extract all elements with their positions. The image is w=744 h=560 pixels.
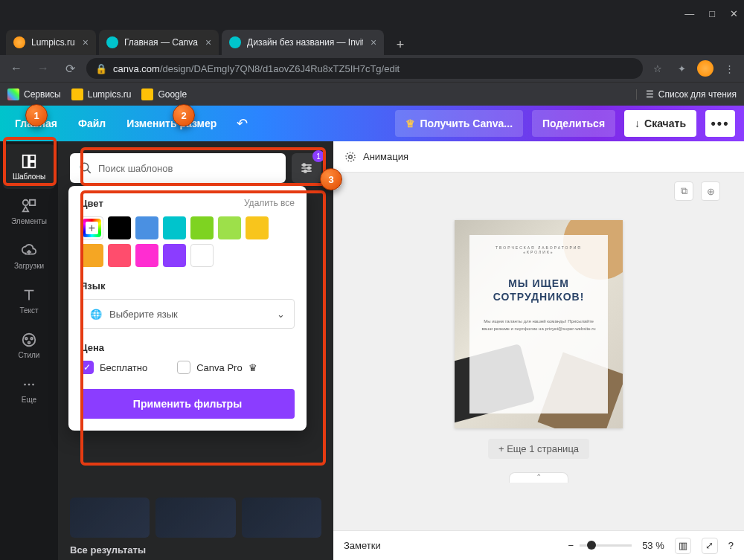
- menu-icon[interactable]: ⋮: [720, 59, 738, 77]
- reload-button[interactable]: ⟳: [60, 58, 80, 79]
- page-title: МЫ ИЩЕМ СОТРУДНИКОВ!: [493, 277, 585, 303]
- language-select[interactable]: 🌐 Выберите язык ⌄: [80, 299, 295, 329]
- forward-button[interactable]: →: [33, 58, 54, 79]
- templates-panel: Поиск шаблонов 1 ЦветУдалить все: [58, 141, 333, 560]
- search-placeholder: Поиск шаблонов: [98, 163, 173, 174]
- template-thumbs: [70, 498, 321, 538]
- sidebar-item-styles[interactable]: Стили: [3, 323, 55, 367]
- styles-icon: [21, 332, 37, 348]
- globe-icon: 🌐: [90, 309, 102, 320]
- color-swatch[interactable]: [246, 216, 269, 239]
- menu-file[interactable]: Файл: [72, 113, 112, 134]
- svg-point-7: [31, 337, 33, 339]
- color-section-title: ЦветУдалить все: [80, 198, 295, 209]
- page-overlay: ТВОРЧЕСКАЯ ЛАБОРАТОРИЯ «КРОЛИК» МЫ ИЩЕМ …: [469, 235, 608, 413]
- color-swatch[interactable]: [108, 244, 131, 267]
- color-swatches: [80, 216, 295, 267]
- help-button[interactable]: ?: [728, 540, 734, 551]
- reading-list[interactable]: ☰Список для чтения: [636, 89, 737, 100]
- animation-button[interactable]: Анимация: [363, 151, 408, 162]
- color-swatch[interactable]: [108, 216, 131, 239]
- sidebar-item-templates[interactable]: Шаблоны: [3, 144, 55, 189]
- checkbox-icon: [177, 361, 190, 374]
- svg-point-16: [349, 155, 353, 158]
- price-section-title: Цена: [80, 342, 295, 353]
- collapse-handle[interactable]: ˄: [509, 472, 568, 483]
- new-tab-button[interactable]: +: [390, 34, 411, 55]
- color-swatch[interactable]: [135, 216, 158, 239]
- window-titlebar: — □ ✕: [0, 0, 744, 27]
- design-page[interactable]: ТВОРЧЕСКАЯ ЛАБОРАТОРИЯ «КРОЛИК» МЫ ИЩЕМ …: [455, 220, 623, 428]
- color-swatch[interactable]: [190, 244, 214, 267]
- close-icon[interactable]: ×: [205, 36, 211, 48]
- menu-resize[interactable]: Изменить размер: [121, 113, 222, 134]
- apply-filters-button[interactable]: Применить фильтры: [80, 389, 295, 419]
- star-icon[interactable]: ☆: [649, 59, 667, 77]
- color-swatch[interactable]: [163, 244, 186, 267]
- search-input[interactable]: Поиск шаблонов: [70, 153, 286, 183]
- window-close[interactable]: ✕: [730, 8, 738, 19]
- close-icon[interactable]: ×: [371, 36, 376, 48]
- bookmark-services[interactable]: Сервисы: [7, 88, 61, 100]
- extensions-icon[interactable]: ✦: [673, 59, 690, 77]
- clear-all-link[interactable]: Удалить все: [244, 198, 295, 209]
- canvas-area: Анимация ⧉ ⊕ ТВОРЧЕСКАЯ ЛАБОРАТОРИЯ «КРО…: [333, 141, 744, 560]
- template-thumb[interactable]: [155, 498, 235, 538]
- fullscreen-icon[interactable]: ⤢: [702, 538, 718, 554]
- main-layout: Шаблоны Элементы Загрузки Текст Стили Ещ…: [0, 141, 744, 560]
- template-thumb[interactable]: [70, 498, 150, 538]
- browser-tab[interactable]: Главная — Canva ×: [99, 30, 219, 55]
- templates-icon: [21, 153, 37, 170]
- filter-button[interactable]: 1: [292, 153, 321, 183]
- more-icon: [21, 376, 37, 393]
- sidebar-item-text[interactable]: Текст: [3, 278, 55, 323]
- window-maximize[interactable]: □: [709, 8, 715, 19]
- notes-button[interactable]: Заметки: [344, 540, 381, 551]
- url-path: /design/DAEmgIy7QN8/d1aovZ6J4Ru8xTZ5IH7c…: [160, 63, 400, 74]
- color-swatch[interactable]: [80, 244, 103, 267]
- color-swatch[interactable]: [218, 216, 241, 239]
- color-swatch[interactable]: [190, 216, 214, 239]
- close-icon[interactable]: ×: [83, 36, 89, 48]
- back-button[interactable]: ←: [6, 58, 27, 79]
- tutorial-marker: 2: [173, 104, 195, 126]
- animation-icon: [344, 150, 357, 164]
- get-pro-button[interactable]: ♕Получить Canva...: [395, 110, 523, 137]
- undo-button[interactable]: ↶: [231, 115, 252, 132]
- sidebar-item-uploads[interactable]: Загрузки: [3, 234, 55, 278]
- download-button[interactable]: ↓Скачать: [624, 110, 696, 137]
- tab-title: Lumpics.ru: [31, 37, 75, 48]
- browser-addressbar: ← → ⟳ 🔒 canva.com /design/DAEmgIy7QN8/d1…: [0, 55, 744, 82]
- window-minimize[interactable]: —: [684, 8, 694, 19]
- zoom-control[interactable]: −: [568, 540, 632, 551]
- more-button[interactable]: •••: [705, 110, 735, 137]
- sidebar-item-more[interactable]: Еще: [3, 367, 55, 412]
- svg-point-17: [346, 152, 355, 161]
- add-color-swatch[interactable]: [80, 216, 103, 239]
- canvas-body[interactable]: ⧉ ⊕ ТВОРЧЕСКАЯ ЛАБОРАТОРИЯ «КРОЛИК» МЫ И…: [333, 173, 744, 530]
- color-swatch[interactable]: [135, 244, 158, 267]
- color-swatch[interactable]: [163, 216, 186, 239]
- profile-avatar[interactable]: [696, 59, 714, 77]
- pages-icon[interactable]: ▥: [675, 538, 691, 554]
- svg-rect-1: [30, 155, 35, 160]
- url-input[interactable]: 🔒 canva.com /design/DAEmgIy7QN8/d1aovZ6J…: [86, 58, 643, 79]
- favicon-icon: [229, 36, 241, 48]
- svg-point-11: [32, 383, 34, 385]
- sidebar-item-elements[interactable]: Элементы: [3, 189, 55, 234]
- bookmark-lumpics[interactable]: Lumpics.ru: [71, 88, 132, 100]
- add-page-button[interactable]: + Еще 1 страница: [488, 439, 589, 459]
- duplicate-page-icon[interactable]: ⧉: [674, 181, 693, 201]
- bookmark-google[interactable]: Google: [141, 88, 187, 100]
- browser-tab[interactable]: Lumpics.ru ×: [6, 30, 96, 55]
- share-button[interactable]: Поделиться: [532, 110, 615, 137]
- download-icon: ↓: [635, 118, 640, 129]
- checkbox-free[interactable]: ✓ Бесплатно: [80, 361, 147, 374]
- browser-tab-active[interactable]: Дизайн без названия — Invitat ×: [222, 30, 384, 55]
- svg-rect-4: [30, 199, 35, 205]
- checkbox-pro[interactable]: Canva Pro ♛: [177, 361, 257, 374]
- folder-icon: [71, 88, 83, 100]
- zoom-slider[interactable]: [580, 544, 632, 547]
- template-thumb[interactable]: [242, 498, 321, 538]
- add-page-icon[interactable]: ⊕: [701, 181, 720, 201]
